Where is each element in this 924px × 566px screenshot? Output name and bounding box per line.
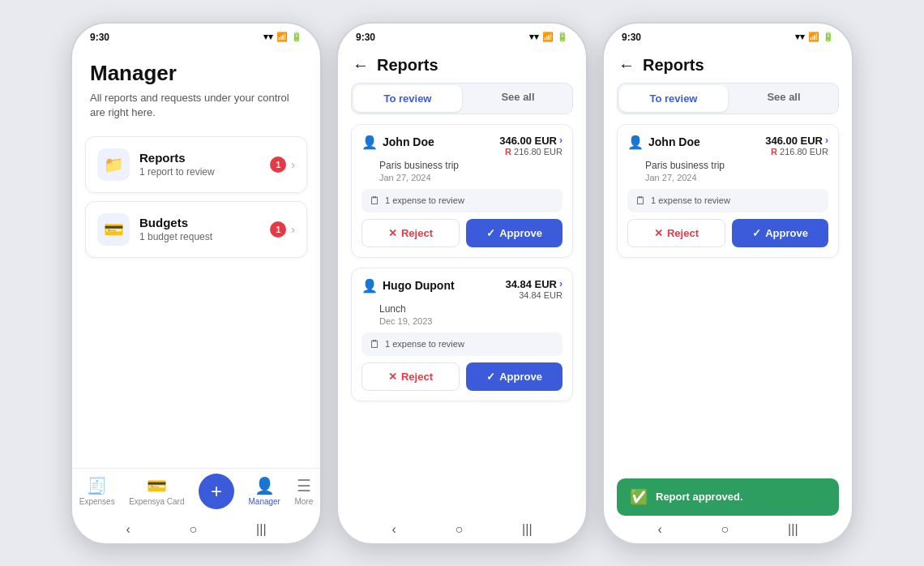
report-desc-john-3: Paris business trip	[645, 160, 828, 171]
expense-note-icon-john: 🗒	[370, 195, 380, 207]
reject-button-hugo[interactable]: ✕ Reject	[361, 362, 460, 391]
approve-check-icon-john: ✓	[486, 227, 495, 239]
nav-add[interactable]: +	[199, 474, 234, 509]
reports-screen-3: ← Reports To review See all 👤 John Doe	[604, 46, 852, 516]
approve-check-icon-hugo: ✓	[486, 371, 495, 383]
approve-button-john[interactable]: ✓ Approve	[466, 219, 563, 247]
back-arrow-2[interactable]: ←	[353, 56, 369, 75]
toast-message: Report approved.	[656, 491, 743, 503]
report-header-john: 👤 John Doe 346.00 EUR › R 216.80 EUR	[361, 135, 563, 157]
user-icon-hugo: 👤	[361, 278, 378, 294]
signal-icon-2: 📶	[542, 32, 554, 42]
manager-subtitle: All reports and requests under your cont…	[90, 91, 302, 120]
status-bar-1: 9:30 ▾▾ 📶 🔋	[72, 24, 320, 46]
wifi-icon-1: ▾▾	[263, 32, 273, 42]
phones-container: 9:30 ▾▾ 📶 🔋 Manager All reports and requ…	[54, 6, 870, 561]
tab-see-all-2[interactable]: See all	[464, 84, 572, 114]
reject-button-john[interactable]: ✕ Reject	[361, 219, 460, 247]
expense-note-john-3: 🗒 1 expense to review	[627, 189, 828, 212]
recents-btn-1[interactable]: |||	[256, 522, 266, 537]
report-amount-block-john: 346.00 EUR › R 216.80 EUR	[499, 135, 563, 157]
reports-badge: 1	[270, 157, 286, 173]
budgets-text: Budgets 1 budget request	[139, 216, 260, 242]
report-desc-john: Paris business trip	[379, 160, 563, 171]
status-time-1: 9:30	[90, 32, 109, 43]
report-amount-block-hugo: 34.84 EUR › 34.84 EUR	[505, 278, 563, 300]
home-btn-2[interactable]: ○	[456, 522, 464, 537]
status-time-3: 9:30	[622, 32, 641, 43]
reports-screen-2: ← Reports To review See all 👤 John Doe	[338, 46, 586, 516]
reports-header-2: ← Reports	[338, 46, 586, 83]
budgets-badge: 1	[270, 221, 286, 238]
budgets-subtitle: 1 budget request	[139, 231, 260, 242]
signal-icon-3: 📶	[808, 32, 819, 42]
report-card-john: 👤 John Doe 346.00 EUR › R 216.80 EUR	[351, 124, 573, 258]
recents-btn-3[interactable]: |||	[788, 522, 798, 537]
amount-chevron-john: ›	[559, 135, 563, 146]
back-btn-3[interactable]: ‹	[657, 522, 661, 537]
amount-chevron-hugo: ›	[559, 278, 563, 289]
manager-item-budgets[interactable]: 💳 Budgets 1 budget request 1 ›	[85, 201, 307, 258]
action-btns-hugo: ✕ Reject ✓ Approve	[361, 362, 563, 391]
expenses-icon: 🧾	[87, 476, 107, 495]
report-user-john: 👤 John Doe	[361, 135, 434, 150]
user-icon-john: 👤	[361, 135, 378, 150]
reject-x-icon-john-3: ✕	[654, 227, 663, 239]
approve-check-icon-john-3: ✓	[752, 227, 761, 239]
action-btns-john: ✕ Reject ✓ Approve	[361, 219, 563, 247]
nav-manager[interactable]: 👤 Manager	[248, 476, 280, 506]
back-btn-2[interactable]: ‹	[391, 522, 396, 537]
report-user-name-john: John Doe	[383, 135, 434, 148]
budgets-chevron-icon: ›	[291, 223, 295, 236]
report-date-john-3: Jan 27, 2024	[645, 173, 828, 182]
reject-button-john-3[interactable]: ✕ Reject	[627, 219, 725, 247]
tab-to-review-3[interactable]: To review	[619, 85, 728, 112]
recents-btn-2[interactable]: |||	[522, 522, 532, 537]
back-arrow-3[interactable]: ←	[618, 56, 635, 75]
manager-item-reports[interactable]: 📁 Reports 1 report to review 1 ›	[85, 136, 307, 193]
wifi-icon-3: ▾▾	[795, 32, 805, 42]
back-btn-1[interactable]: ‹	[126, 522, 130, 537]
expense-note-icon-hugo: 🗒	[370, 338, 380, 350]
nav-more[interactable]: ☰ More	[294, 476, 313, 506]
reports-title-3: Reports	[643, 56, 704, 75]
status-time-2: 9:30	[356, 32, 375, 43]
report-amount-hugo: 34.84 EUR ›	[505, 278, 563, 290]
report-card-john-3: 👤 John Doe 346.00 EUR › R 216.80 EUR	[617, 124, 839, 258]
nav-expenses[interactable]: 🧾 Expenses	[79, 476, 115, 506]
amount-chevron-john-3: ›	[825, 135, 828, 146]
report-amount-block-john-3: 346.00 EUR › R 216.80 EUR	[765, 135, 828, 157]
home-btn-3[interactable]: ○	[721, 522, 729, 537]
report-amount-john: 346.00 EUR ›	[499, 135, 563, 147]
nav-expensya-card[interactable]: 💳 Expensya Card	[129, 476, 184, 506]
budgets-icon: 💳	[97, 213, 130, 246]
status-icons-2: ▾▾ 📶 🔋	[529, 32, 568, 42]
home-bar-2: ‹ ○ |||	[338, 516, 586, 543]
reports-right: 1 ›	[270, 157, 295, 173]
reports-icon: 📁	[97, 148, 130, 181]
tab-bar-2: To review See all	[351, 83, 573, 114]
home-btn-1[interactable]: ○	[190, 522, 198, 537]
signal-icon-1: 📶	[276, 32, 288, 42]
report-header-hugo: 👤 Hugo Dupont 34.84 EUR › 34.84 EUR	[361, 278, 563, 300]
manager-header: Manager All reports and requests under y…	[72, 46, 320, 128]
report-refund-john: R 216.80 EUR	[499, 147, 563, 157]
report-card-hugo: 👤 Hugo Dupont 34.84 EUR › 34.84 EUR	[351, 268, 573, 401]
toast-approved: ✅ Report approved.	[617, 478, 839, 516]
report-user-name-john-3: John Doe	[648, 135, 700, 148]
home-bar-1: ‹ ○ |||	[72, 516, 320, 543]
report-header-john-3: 👤 John Doe 346.00 EUR › R 216.80 EUR	[627, 135, 828, 157]
tab-bar-3: To review See all	[617, 83, 839, 114]
budgets-right: 1 ›	[270, 221, 295, 238]
tab-to-review-2[interactable]: To review	[353, 85, 462, 112]
add-button[interactable]: +	[199, 474, 234, 509]
approve-button-john-3[interactable]: ✓ Approve	[732, 219, 828, 247]
tab-see-all-3[interactable]: See all	[729, 84, 838, 114]
reject-x-icon-hugo: ✕	[388, 371, 397, 383]
reports-list-2: 👤 John Doe 346.00 EUR › R 216.80 EUR	[338, 124, 586, 516]
manager-screen: Manager All reports and requests under y…	[72, 46, 320, 468]
approve-button-hugo[interactable]: ✓ Approve	[466, 362, 563, 391]
battery-icon-3: 🔋	[823, 32, 834, 42]
report-refund-hugo: 34.84 EUR	[505, 290, 563, 300]
phone-reports-approved: 9:30 ▾▾ 📶 🔋 ← Reports To review See all	[602, 22, 853, 545]
